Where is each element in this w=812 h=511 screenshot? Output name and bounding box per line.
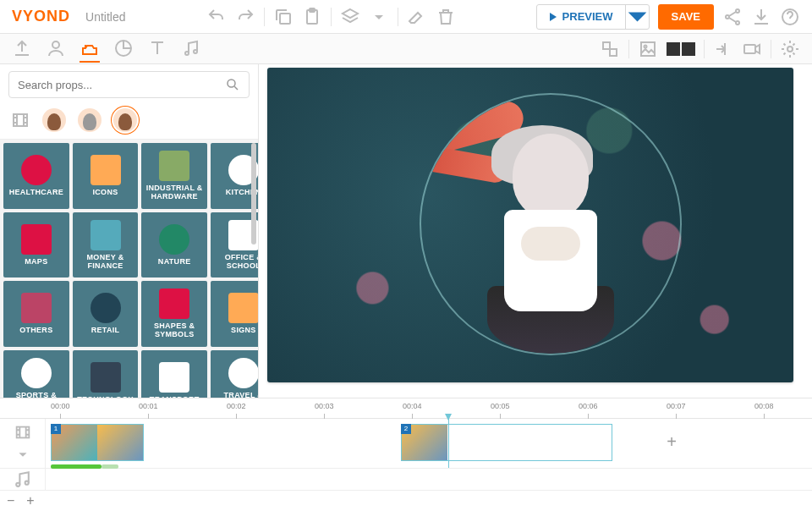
scene-clip-2[interactable]: 2: [401, 424, 612, 461]
film-icon[interactable]: [10, 110, 30, 130]
props-tab[interactable]: [80, 36, 100, 63]
asset-toolbar: [0, 34, 812, 64]
aspect-toggle[interactable]: [667, 42, 695, 56]
divider: [628, 40, 629, 58]
ruler-tick: 00:03: [315, 402, 334, 410]
category-tile[interactable]: OTHERS: [3, 281, 69, 347]
category-label: TECHNOLOGY: [77, 396, 134, 398]
zoom-in-button[interactable]: +: [26, 493, 34, 508]
svg-point-16: [787, 47, 793, 52]
svg-point-17: [228, 80, 235, 87]
camera-icon[interactable]: [742, 39, 762, 59]
scene-track[interactable]: 1 2 +: [46, 419, 812, 468]
clip-progress: [51, 464, 102, 469]
time-ruler[interactable]: 00:0000:0100:0200:0300:0400:0500:0600:07…: [0, 398, 812, 419]
avatar-3[interactable]: [113, 108, 137, 132]
share-icon[interactable]: [722, 7, 743, 27]
paste-icon[interactable]: [302, 7, 322, 27]
undo-icon[interactable]: [206, 7, 227, 27]
category-tile[interactable]: MAPS: [3, 212, 69, 278]
audio-tab[interactable]: [181, 36, 201, 63]
image-icon[interactable]: [638, 39, 658, 59]
category-tile[interactable]: TECHNOLOGY: [73, 350, 139, 398]
upload-tab[interactable]: [12, 36, 32, 63]
timeline: 00:0000:0100:0200:0300:0400:0500:0600:07…: [0, 398, 812, 511]
download-icon[interactable]: [751, 7, 771, 27]
preview-dropdown[interactable]: [625, 5, 649, 29]
stage[interactable]: [267, 68, 793, 382]
svg-point-9: [185, 52, 189, 55]
playhead[interactable]: [448, 419, 449, 468]
zoom-controls: − +: [0, 491, 812, 511]
ruler-tick: 00:08: [754, 402, 774, 410]
save-button[interactable]: SAVE: [658, 4, 714, 30]
avatar-1[interactable]: [42, 108, 66, 132]
ruler-tick: 00:00: [51, 402, 70, 410]
divider: [771, 40, 771, 58]
category-tile[interactable]: ICONS: [73, 143, 139, 209]
layers-icon[interactable]: [340, 7, 360, 27]
audio-row-head: [0, 469, 46, 490]
category-tile[interactable]: RETAIL: [73, 281, 139, 347]
text-tab[interactable]: [147, 36, 167, 63]
ruler-tick: 00:02: [227, 402, 246, 410]
category-tile[interactable]: HEALTHCARE: [3, 143, 69, 209]
scene-row-head: [0, 419, 46, 468]
top-bar: VYOND Untitled PREVIEW SAVE: [0, 0, 812, 34]
enter-icon[interactable]: [713, 39, 733, 59]
preview-label: PREVIEW: [562, 10, 613, 23]
category-label: SPORTS & FITNESS: [7, 392, 66, 398]
character-mask: [420, 93, 682, 355]
category-tile[interactable]: SHAPES & SYMBOLS: [141, 281, 207, 347]
svg-point-20: [16, 483, 19, 486]
category-tile[interactable]: INDUSTRIAL & HARDWARE: [141, 143, 207, 209]
search-input[interactable]: [18, 79, 225, 91]
chart-tab[interactable]: [113, 36, 134, 63]
divider: [704, 40, 705, 58]
trash-icon[interactable]: [436, 7, 456, 27]
category-label: MONEY & FINANCE: [76, 254, 135, 271]
main-area: HEALTHCAREICONSINDUSTRIAL & HARDWAREKITC…: [0, 64, 812, 398]
audio-track[interactable]: [46, 469, 812, 490]
svg-rect-13: [641, 42, 655, 56]
scene-clip-1[interactable]: 1: [51, 424, 144, 461]
add-scene-button[interactable]: +: [655, 424, 689, 461]
preview-button-group: PREVIEW: [536, 4, 650, 30]
divider: [331, 8, 332, 26]
svg-point-5: [736, 21, 739, 25]
clip-progress-pending: [102, 464, 118, 469]
category-label: SHAPES & SYMBOLS: [145, 322, 204, 339]
scale-icon[interactable]: [600, 39, 620, 59]
layers-dropdown-icon[interactable]: [369, 7, 389, 27]
category-tile[interactable]: SPORTS & FITNESS: [3, 350, 69, 398]
category-label: ICONS: [93, 189, 118, 197]
divider: [264, 8, 265, 26]
svg-rect-18: [14, 114, 27, 126]
zoom-out-button[interactable]: −: [7, 493, 14, 508]
category-grid: HEALTHCAREICONSINDUSTRIAL & HARDWAREKITC…: [0, 140, 258, 398]
help-icon[interactable]: [780, 7, 800, 27]
film-icon[interactable]: [14, 423, 32, 442]
search-box[interactable]: [8, 71, 250, 98]
scrollbar[interactable]: [251, 143, 256, 394]
category-label: RETAIL: [91, 327, 120, 335]
category-label: HEALTHCARE: [9, 189, 63, 197]
redo-icon[interactable]: [235, 7, 255, 27]
project-title[interactable]: Untitled: [85, 10, 125, 24]
settings-icon[interactable]: [780, 39, 800, 59]
clip-number: 1: [51, 424, 61, 434]
ruler-tick: 00:01: [139, 402, 158, 410]
ruler-tick: 00:04: [403, 402, 422, 410]
eraser-icon[interactable]: [407, 7, 427, 27]
svg-point-7: [52, 41, 59, 48]
search-icon: [225, 77, 240, 92]
preview-button[interactable]: PREVIEW: [537, 10, 625, 23]
category-tile[interactable]: NATURE: [141, 212, 207, 278]
clip-number: 2: [401, 424, 411, 434]
character-tab[interactable]: [46, 36, 66, 63]
copy-icon[interactable]: [273, 7, 294, 27]
category-tile[interactable]: TRANSPORT: [141, 350, 207, 398]
avatar-2[interactable]: [78, 108, 102, 132]
chevron-down-icon[interactable]: [14, 445, 32, 464]
category-tile[interactable]: MONEY & FINANCE: [73, 212, 139, 278]
